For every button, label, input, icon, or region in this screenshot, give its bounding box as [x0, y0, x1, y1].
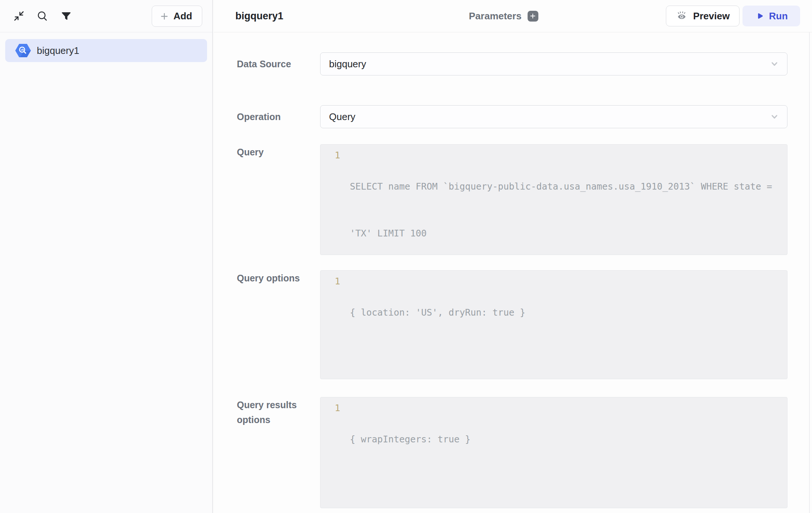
preview-button[interactable]: Preview	[666, 6, 740, 26]
bigquery-icon	[15, 43, 31, 58]
query-results-options-code-line: { wrapIntegers: true }	[350, 432, 471, 447]
data-source-label: Data Source	[237, 52, 316, 75]
parameters-group: Parameters	[469, 0, 538, 32]
eye-icon	[676, 10, 688, 22]
run-button-label: Run	[769, 10, 788, 22]
play-icon	[755, 11, 764, 21]
add-parameter-button[interactable]	[528, 11, 538, 22]
query-code-line: 'TX' LIMIT 100	[350, 226, 772, 241]
operation-value: Query	[329, 111, 355, 123]
query-results-options-editor[interactable]: 1 { wrapIntegers: true }	[320, 397, 787, 508]
chevron-down-icon	[769, 59, 780, 69]
filter-icon[interactable]	[61, 10, 72, 22]
query-results-options-label: Query results options	[237, 397, 316, 427]
line-number: 1	[320, 274, 340, 352]
query-code-line: SELECT name FROM `bigquery-public-data.u…	[350, 179, 772, 194]
preview-button-label: Preview	[693, 10, 729, 22]
parameters-label: Parameters	[469, 10, 522, 22]
line-number: 1	[320, 148, 340, 272]
operation-select[interactable]: Query	[320, 105, 787, 128]
search-icon[interactable]	[37, 10, 48, 22]
sidebar-toolbar: Add	[0, 0, 212, 32]
sidebar: Add bigquery1	[0, 0, 213, 513]
plus-icon	[160, 12, 169, 21]
collapse-panel-icon[interactable]	[13, 10, 25, 22]
query-code-editor[interactable]: 1 SELECT name FROM `bigquery-public-data…	[320, 144, 787, 255]
query-options-editor[interactable]: 1 { location: 'US', dryRun: true }	[320, 270, 787, 379]
operation-label: Operation	[237, 105, 316, 128]
add-button-label: Add	[173, 10, 192, 22]
page-title: bigquery1	[235, 0, 283, 32]
main-panel: bigquery1 Parameters	[214, 0, 812, 513]
run-button[interactable]: Run	[742, 6, 800, 26]
query-list-item-bigquery1[interactable]: bigquery1	[5, 39, 207, 62]
data-source-value: bigquery	[329, 58, 366, 70]
add-query-button[interactable]: Add	[152, 6, 202, 27]
chevron-down-icon	[769, 112, 780, 122]
query-options-label: Query options	[237, 271, 316, 285]
query-label: Query	[237, 145, 316, 159]
scrollbar-track[interactable]	[809, 32, 810, 513]
query-item-label: bigquery1	[37, 45, 79, 57]
data-source-select[interactable]: bigquery	[320, 52, 787, 75]
query-options-code-line: { location: 'US', dryRun: true }	[350, 305, 525, 320]
line-number: 1	[320, 400, 340, 478]
main-header: bigquery1 Parameters	[214, 0, 812, 32]
